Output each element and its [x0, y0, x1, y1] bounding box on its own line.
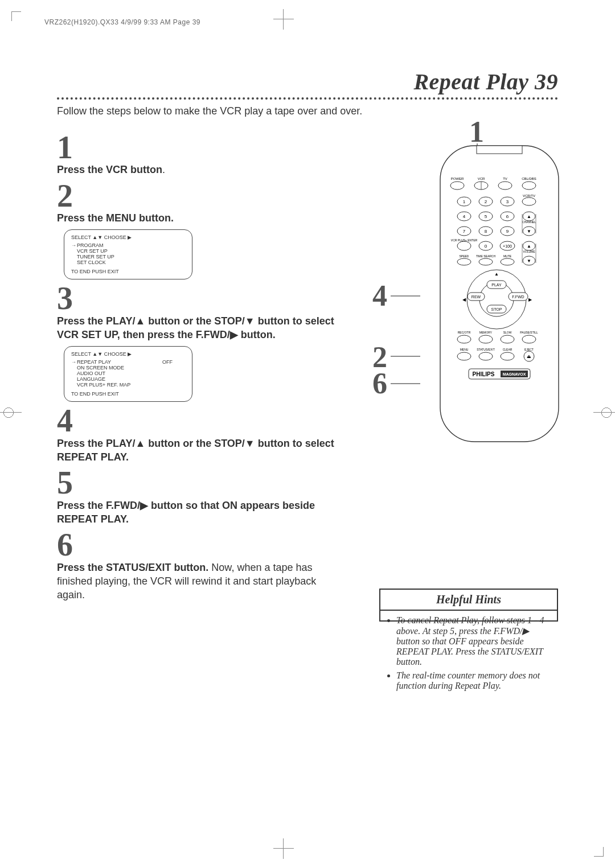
osd-header: SELECT ▲▼ CHOOSE ▶: [71, 235, 185, 240]
svg-text:CLEAR: CLEAR: [503, 348, 512, 351]
crosshair-icon: [273, 838, 294, 859]
svg-text:TIME SEARCH: TIME SEARCH: [476, 254, 496, 258]
svg-text:5: 5: [485, 214, 487, 219]
crosshair-icon: [273, 9, 294, 30]
remote-diagram: 1 2 3 4 5 6: [368, 129, 558, 447]
svg-text:REW: REW: [472, 295, 481, 299]
osd-item: SET CLOCK: [77, 260, 185, 265]
svg-text:6: 6: [506, 214, 509, 219]
svg-point-81: [501, 352, 514, 360]
page-title: Repeat Play 39: [413, 69, 558, 94]
step-number: 1: [57, 133, 353, 162]
svg-text:MAGNAVOX: MAGNAVOX: [503, 372, 526, 376]
svg-text:0: 0: [485, 244, 487, 249]
svg-text:REC/OTR: REC/OTR: [458, 331, 471, 334]
step-text: Press the VCR button.: [57, 163, 342, 176]
step-text: Press the PLAY/▲ button or the STOP/▼ bu…: [57, 437, 342, 464]
svg-point-36: [457, 241, 471, 250]
osd-item: REPEAT PLAY: [77, 359, 162, 365]
svg-text:4: 4: [463, 214, 466, 219]
svg-text:PLAY: PLAY: [491, 283, 502, 287]
crop-mark: [11, 11, 21, 21]
osd-item: VCR PLUS+ REF. MAP: [77, 382, 185, 388]
step-text: Press the F.FWD/▶ button so that ON appe…: [57, 499, 342, 526]
intro-text: Follow the steps below to make the VCR p…: [57, 105, 364, 117]
osd-value: OFF: [162, 359, 185, 365]
svg-point-13: [522, 198, 536, 205]
step-number: 4: [57, 406, 353, 435]
osd-screen: SELECT ▲▼ CHOOSE ▶ →REPEAT PLAYOFF ON SC…: [64, 346, 192, 402]
svg-text:▲: ▲: [494, 271, 499, 277]
svg-text:⏏: ⏏: [527, 354, 531, 359]
svg-text:▲: ▲: [527, 244, 531, 249]
svg-point-52: [479, 258, 493, 265]
svg-text:▼: ▼: [527, 229, 531, 234]
divider: [57, 97, 558, 100]
osd-item: PROGRAM: [77, 242, 185, 248]
step-text: Press the STATUS/EXIT button. Now, when …: [57, 561, 342, 602]
svg-text:F.FWD: F.FWD: [512, 295, 524, 299]
svg-point-80: [479, 352, 493, 360]
svg-text:SLOW: SLOW: [503, 331, 512, 334]
svg-point-10: [498, 182, 512, 190]
svg-point-79: [457, 352, 471, 360]
osd-header: SELECT ▲▼ CHOOSE ▶: [71, 351, 185, 357]
svg-text:▶: ▶: [528, 297, 532, 302]
page-header: VRZ262(H1920).QX33 4/9/99 9:33 AM Page 3…: [44, 18, 200, 26]
svg-point-73: [501, 335, 514, 343]
btn-label: POWER: [451, 177, 464, 180]
crop-mark: [594, 847, 604, 857]
svg-text:+100: +100: [503, 244, 512, 248]
svg-text:8: 8: [485, 229, 487, 234]
step-text: Press the PLAY/▲ button or the STOP/▼ bu…: [57, 314, 342, 342]
osd-item: LANGUAGE: [77, 376, 185, 382]
svg-point-74: [522, 335, 536, 343]
osd-item: VCR SET UP: [77, 248, 185, 254]
svg-text:◀: ◀: [462, 297, 466, 302]
registration-mark-icon: [0, 404, 17, 421]
svg-text:EJECT: EJECT: [524, 348, 534, 351]
svg-text:MEMORY: MEMORY: [479, 331, 493, 334]
svg-point-71: [457, 335, 471, 343]
step-number: 6: [57, 530, 353, 559]
helpful-hints-box: Helpful Hints To cancel Repeat Play, fol…: [379, 589, 558, 622]
hint-item: To cancel Repeat Play, follow steps 1 - …: [396, 615, 551, 667]
svg-point-51: [457, 258, 471, 265]
svg-rect-7: [477, 146, 522, 154]
svg-text:▲: ▲: [527, 214, 531, 219]
registration-mark-icon: [598, 404, 615, 421]
step-number: 2: [57, 182, 353, 210]
svg-text:1: 1: [463, 199, 466, 204]
svg-text:PAUSE/STILL: PAUSE/STILL: [520, 331, 538, 334]
svg-text:SPEED: SPEED: [460, 254, 469, 258]
osd-footer: TO END PUSH EXIT: [71, 269, 185, 274]
osd-item: ON SCREEN MODE: [77, 365, 185, 371]
osd-screen: SELECT ▲▼ CHOOSE ▶ →PROGRAM VCR SET UP T…: [64, 229, 192, 279]
svg-text:VCR PLUS+ ENTER: VCR PLUS+ ENTER: [451, 238, 478, 242]
svg-text:PHILIPS: PHILIPS: [473, 371, 495, 377]
remote-icon: POWER VCR TV CBL/DBS VCR/TV 1 2 3: [437, 129, 562, 447]
svg-text:MUTE: MUTE: [503, 254, 512, 258]
hints-title: Helpful Hints: [380, 590, 557, 611]
svg-text:MENU: MENU: [460, 348, 469, 351]
btn-label: CBL/DBS: [522, 177, 536, 180]
step-number: 3: [57, 284, 353, 312]
svg-text:2: 2: [485, 199, 487, 204]
osd-item: AUDIO OUT: [77, 371, 185, 376]
step-number: 5: [57, 468, 353, 497]
btn-label: VCR/TV: [523, 194, 535, 198]
osd-footer: TO END PUSH EXIT: [71, 391, 185, 397]
svg-text:STOP: STOP: [491, 307, 502, 311]
svg-point-72: [479, 335, 493, 343]
hint-item: The real-time counter memory does not fu…: [396, 670, 551, 691]
svg-text:STATUS/EXIT: STATUS/EXIT: [477, 348, 494, 351]
osd-item: TUNER SET UP: [77, 254, 185, 260]
svg-text:7: 7: [463, 229, 466, 234]
svg-text:▼: ▼: [527, 258, 531, 264]
svg-text:3: 3: [506, 199, 509, 204]
svg-point-11: [522, 182, 536, 190]
btn-label: VCR: [478, 177, 485, 180]
step-text: Press the MENU button.: [57, 211, 342, 225]
svg-point-53: [501, 258, 514, 265]
svg-point-8: [450, 182, 464, 190]
